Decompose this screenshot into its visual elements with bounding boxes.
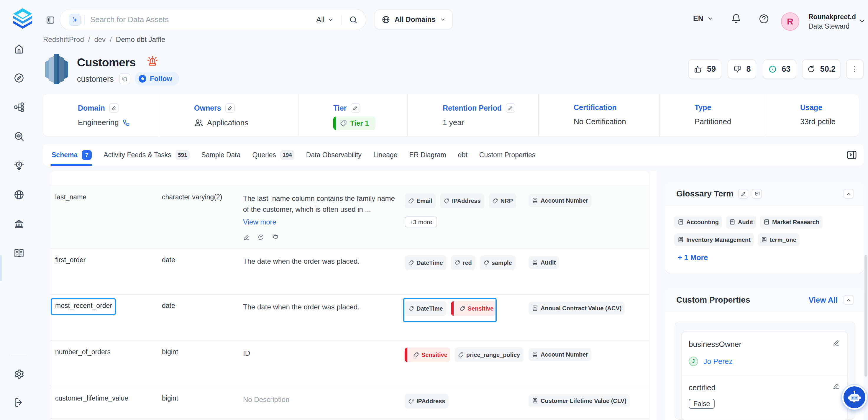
follow-label: Follow <box>150 74 172 83</box>
tag-pill-datetime[interactable]: DateTime <box>405 256 446 270</box>
notifications-bell-icon[interactable] <box>731 13 741 24</box>
subdomain-icon[interactable] <box>122 119 130 126</box>
user-avatar[interactable]: R <box>781 12 799 31</box>
search-scope-dropdown[interactable]: All <box>316 16 334 24</box>
sidebar-item-glossary-book[interactable] <box>9 244 28 263</box>
column-description: The date when the order was placed. <box>243 301 404 312</box>
tab-sample-data[interactable]: Sample Data <box>202 144 241 166</box>
edit-icon[interactable] <box>109 103 119 113</box>
glossary-term-term-one[interactable]: term_one <box>758 233 800 246</box>
edit-icon[interactable] <box>225 103 235 113</box>
column-name[interactable]: first_order <box>55 256 158 264</box>
tab-lineage[interactable]: Lineage <box>373 144 398 166</box>
sidebar-item-observability[interactable] <box>9 127 28 146</box>
search-input[interactable]: Search for Data Assets <box>90 15 316 24</box>
page-scrollbar[interactable] <box>864 255 867 377</box>
sidebar-item-govern-bank[interactable] <box>9 214 28 233</box>
glossary-more-link[interactable]: + 1 More <box>678 253 708 262</box>
tab-dbt[interactable]: dbt <box>458 144 467 166</box>
sidebar-toggle-icon[interactable] <box>46 16 55 25</box>
user-menu-chevron-icon[interactable] <box>858 17 866 25</box>
language-selector[interactable]: EN <box>693 14 713 23</box>
column-name[interactable]: number_of_orders <box>55 348 158 356</box>
sidebar-scrollbar[interactable] <box>0 255 2 281</box>
glossary-pill-account-number[interactable]: Account Number <box>529 348 591 361</box>
tag-pill-email[interactable]: Email <box>405 193 436 208</box>
column-name[interactable]: last_name <box>55 193 158 201</box>
glossary-term-accounting[interactable]: Accounting <box>674 216 722 229</box>
column-name[interactable]: most_recent_order <box>55 302 158 310</box>
collapse-chevron-up-icon[interactable] <box>843 189 854 199</box>
stat-button-thumbs-up[interactable]: 59 <box>688 59 721 79</box>
request-description-icon[interactable] <box>257 234 264 241</box>
search-icon[interactable] <box>349 15 358 25</box>
edit-icon[interactable] <box>833 383 840 390</box>
right-panel-toggle-icon[interactable] <box>846 149 858 161</box>
chat-bot-button[interactable] <box>842 385 867 410</box>
view-more-link[interactable]: View more <box>243 216 404 228</box>
stat-button-rotate[interactable]: 50.2 <box>802 59 841 79</box>
global-search-bar[interactable]: Search for Data Assets All <box>60 9 366 30</box>
follow-button[interactable]: Follow <box>135 72 179 86</box>
tag-pill-ipaddress[interactable]: IPAddress <box>405 394 448 409</box>
glossary-term-market-research[interactable]: Market Research <box>760 216 823 229</box>
tab-activity-feeds-tasks[interactable]: Activity Feeds & Tasks591 <box>103 144 189 166</box>
edit-description-icon[interactable] <box>243 234 250 241</box>
thumbs-up-icon <box>694 65 702 73</box>
alert-siren-icon[interactable] <box>146 55 159 67</box>
stat-button-target-dot[interactable]: 63 <box>763 59 796 79</box>
tag-pill-datetime[interactable]: DateTime <box>405 301 446 316</box>
tab-custom-properties[interactable]: Custom Properties <box>479 144 535 166</box>
stat-button-thumbs-down[interactable]: 8 <box>727 59 756 79</box>
more-tags-pill[interactable]: +3 more <box>405 216 437 228</box>
tier-chip[interactable]: Tier 1 <box>333 117 375 130</box>
view-all-link[interactable]: View All <box>809 296 838 305</box>
info-field-label-row: Certification <box>574 103 659 112</box>
tag-pill-ipaddress[interactable]: IPAddress <box>440 193 484 208</box>
sidebar-item-logout[interactable] <box>9 393 28 412</box>
conversation-icon[interactable] <box>272 234 279 241</box>
sidebar-item-insights-bulb[interactable] <box>9 156 28 175</box>
glossary-term-audit[interactable]: Audit <box>726 216 756 229</box>
description-actions <box>243 234 404 241</box>
breadcrumb-item[interactable]: dev <box>94 35 105 44</box>
edit-icon[interactable] <box>833 339 840 346</box>
tab-er-diagram[interactable]: ER Diagram <box>409 144 446 166</box>
sidebar-item-home[interactable] <box>9 39 28 58</box>
sidebar-item-explore-compass[interactable] <box>9 68 28 87</box>
tag-pill-nrp[interactable]: NRP <box>489 193 517 208</box>
copy-icon[interactable] <box>119 73 130 84</box>
breadcrumb-item[interactable]: Demo dbt Jaffle <box>116 35 165 44</box>
ai-sparkles-icon[interactable] <box>69 14 81 26</box>
glossary-term-label: Market Research <box>772 219 819 226</box>
more-actions-button[interactable] <box>846 59 864 79</box>
edit-icon[interactable] <box>506 103 515 113</box>
tag-pill-sensitive[interactable]: Sensitive <box>405 348 450 362</box>
edit-icon[interactable] <box>351 103 360 113</box>
edit-icon[interactable] <box>738 189 748 199</box>
tab-data-observability[interactable]: Data Observability <box>306 144 362 166</box>
sidebar-item-domains-globe[interactable] <box>9 185 28 204</box>
property-user-link[interactable]: Jo Perez <box>704 357 733 366</box>
tag-label: NRP <box>500 198 513 204</box>
collapse-chevron-up-icon[interactable] <box>843 295 854 305</box>
tag-pill-sample[interactable]: sample <box>480 256 516 270</box>
tab-schema[interactable]: Schema7 <box>52 144 92 166</box>
tag-pill-sensitive[interactable]: Sensitive <box>451 301 496 316</box>
tab-queries[interactable]: Queries194 <box>252 144 294 166</box>
glossary-pill-annual-contract-value-acv-[interactable]: Annual Contract Value (ACV) <box>529 302 625 315</box>
all-domains-dropdown[interactable]: All Domains <box>375 9 453 30</box>
breadcrumb-item[interactable]: RedshiftProd <box>43 35 84 44</box>
glossary-pill-customer-lifetime-value-clv-[interactable]: Customer Lifetime Value (CLV) <box>529 394 630 407</box>
glossary-pill-account-number[interactable]: Account Number <box>529 194 591 207</box>
sidebar-item-lineage-graph[interactable] <box>9 98 28 117</box>
sidebar-item-settings-gear[interactable] <box>9 365 28 384</box>
help-icon[interactable] <box>758 13 769 24</box>
tag-pill-price-range-policy[interactable]: price_range_policy <box>455 348 524 362</box>
tag-pill-red[interactable]: red <box>451 256 475 270</box>
info-field-tier: TierTier 1 <box>298 94 407 136</box>
comment-icon[interactable] <box>752 189 762 199</box>
column-name[interactable]: customer_lifetime_value <box>55 394 158 402</box>
glossary-term-inventory-management[interactable]: Inventory Management <box>674 233 754 246</box>
glossary-pill-audit[interactable]: Audit <box>529 256 559 269</box>
